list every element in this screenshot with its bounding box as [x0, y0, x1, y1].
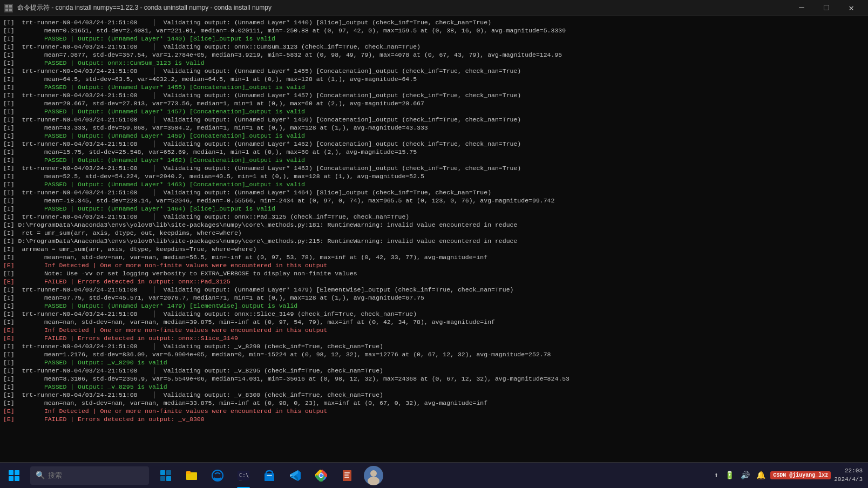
line-prefix: [I] — [3, 350, 15, 358]
line-text: Inf Detected | One or more non-finite va… — [15, 407, 328, 415]
taskbar-app-vscode[interactable] — [283, 463, 308, 489]
terminal-line: [I] PASSED | Output: _v_8290 is valid — [3, 358, 865, 367]
notification-icon[interactable]: 🔔 — [755, 471, 767, 480]
sound-icon[interactable]: 🔊 — [739, 471, 751, 480]
taskbar-app-file-explorer[interactable] — [179, 463, 204, 489]
line-prefix: [I] — [3, 245, 15, 253]
line-prefix: [I] — [3, 205, 15, 213]
terminal-line: [I] mean=67.75, std-dev=45.571, var=2076… — [3, 294, 865, 302]
terminal-line: [I] PASSED | Output: (Unnamed Layer* 147… — [3, 302, 865, 310]
line-text: mean=20.667, std-dev=27.813, var=773.56,… — [15, 99, 424, 107]
line-prefix: [E] — [3, 277, 15, 286]
battery-icon[interactable]: 🔋 — [723, 471, 736, 480]
terminal-line: [I] mean=52.5, std-dev=54.224, var=2940.… — [3, 172, 865, 180]
line-text: trt-runner-N0-04/03/24-21:51:08 │ Valida… — [15, 391, 383, 399]
terminal-line: [I] PASSED | Output: (Unnamed Layer* 146… — [3, 156, 865, 164]
svg-rect-1 — [9, 5, 12, 8]
terminal-line: [I] PASSED | Output: (Unnamed Layer* 144… — [3, 35, 865, 43]
line-prefix: [I] — [3, 132, 15, 140]
terminal-line: [I] trt-runner-N0-04/03/24-21:51:08 │ Va… — [3, 367, 865, 375]
line-prefix: [I] — [3, 140, 15, 148]
terminal-line: [I] PASSED | Output: (Unnamed Layer* 145… — [3, 107, 865, 116]
start-button[interactable] — [0, 463, 28, 489]
terminal-line: [I] mean=0.31651, std-dev=2.4081, var=22… — [3, 26, 865, 35]
terminal-line: [I] trt-runner-N0-04/03/24-21:51:08 │ Va… — [3, 116, 865, 124]
line-prefix: [I] — [3, 213, 15, 221]
maximize-button[interactable]: □ — [814, 0, 839, 16]
avatar[interactable] — [364, 466, 383, 485]
terminal-line: [I] mean=nan, std-dev=nan, var=nan, medi… — [3, 399, 865, 407]
line-prefix: [I] — [3, 156, 15, 164]
taskbar-app-powerpoint[interactable] — [335, 463, 360, 489]
line-text: FAILED | Errors detected in output: _v_8… — [15, 415, 205, 423]
line-text: PASSED | Output: (Unnamed Layer* 1479) [… — [15, 302, 298, 310]
line-prefix: [I] — [3, 294, 15, 302]
line-text: mean=52.5, std-dev=54.224, var=2940.2, m… — [15, 172, 424, 180]
line-prefix: [I] — [3, 229, 15, 237]
taskbar-app-store[interactable] — [257, 463, 282, 489]
search-box[interactable]: 🔍 — [30, 466, 149, 485]
line-prefix: [I] — [3, 318, 15, 326]
line-prefix: [E] — [3, 334, 15, 342]
svg-rect-22 — [344, 472, 350, 473]
line-text: arrmean = umr_sum(arr, axis, dtype, keep… — [15, 245, 257, 253]
line-prefix: [I] — [3, 51, 15, 59]
terminal-line: [I] mean=-18.345, std-dev=228.14, var=52… — [3, 196, 865, 205]
line-prefix: [I] — [3, 399, 15, 407]
terminal-line: [I] trt-runner-N0-04/03/24-21:51:08 │ Va… — [3, 391, 865, 399]
csdn-badge[interactable]: CSDN @jiuyang_lxz — [770, 471, 831, 479]
line-prefix: [I] — [3, 172, 15, 180]
terminal-line: [I] mean=7.0877, std-dev=357.54, var=1.2… — [3, 51, 865, 59]
svg-point-20 — [320, 474, 323, 477]
line-text: mean=-18.345, std-dev=228.14, var=52046,… — [15, 196, 555, 205]
line-text: Note: Use -vv or set logging verbosity t… — [15, 269, 357, 277]
terminal-line: [I] trt-runner-N0-04/03/24-21:51:08 │ Va… — [3, 213, 865, 221]
minimize-button[interactable]: ─ — [789, 0, 814, 16]
line-prefix: [I] — [3, 91, 15, 99]
terminal-line: [E] FAILED | Errors detected in output: … — [3, 334, 865, 342]
network-icon[interactable]: ⬆ — [713, 471, 720, 480]
titlebar-icon — [4, 4, 13, 12]
line-text: trt-runner-N0-04/03/24-21:51:08 │ Valida… — [15, 310, 417, 318]
svg-rect-3 — [9, 9, 12, 11]
terminal-line: [E] Inf Detected | One or more non-finit… — [3, 326, 865, 334]
terminal-line: [I] trt-runner-N0-04/03/24-21:51:08 │ Va… — [3, 18, 865, 26]
terminal-line: [I] PASSED | Output: _v_8295 is valid — [3, 383, 865, 391]
line-text: trt-runner-N0-04/03/24-21:51:08 │ Valida… — [15, 18, 491, 26]
line-prefix: [I] — [3, 180, 15, 188]
line-prefix: [I] — [3, 310, 15, 318]
line-prefix: [I] — [3, 221, 15, 229]
terminal-line: [I] mean=8.3106, std-dev=2356.9, var=5.5… — [3, 375, 865, 383]
svg-point-27 — [368, 477, 379, 485]
line-prefix: [I] — [3, 75, 15, 83]
taskbar-app-task-view[interactable] — [153, 463, 178, 489]
line-prefix: [E] — [3, 261, 15, 269]
clock[interactable]: 22:03 2024/4/3 — [834, 467, 863, 484]
line-prefix: [I] — [3, 391, 15, 399]
taskbar-app-edge[interactable] — [205, 463, 230, 489]
svg-rect-23 — [344, 475, 349, 476]
terminal-line: [I] mean=15.75, std-dev=25.548, var=652.… — [3, 148, 865, 156]
line-text: trt-runner-N0-04/03/24-21:51:08 │ Valida… — [15, 213, 410, 221]
line-text: PASSED | Output: _v_8295 is valid — [15, 383, 167, 391]
line-prefix: [I] — [3, 342, 15, 350]
line-text: trt-runner-N0-04/03/24-21:51:08 │ Valida… — [15, 43, 421, 51]
terminal-line: [I] mean=nan, std-dev=nan, var=nan, medi… — [3, 318, 865, 326]
line-text: Inf Detected | One or more non-finite va… — [15, 261, 328, 269]
svg-text:_: _ — [239, 476, 242, 480]
taskbar-right: ⬆ 🔋 🔊 🔔 CSDN @jiuyang_lxz 22:03 2024/4/3 — [713, 463, 868, 489]
line-text: trt-runner-N0-04/03/24-21:51:08 │ Valida… — [15, 367, 383, 375]
terminal-line: [I] PASSED | Output: (Unnamed Layer* 146… — [3, 180, 865, 188]
search-icon: 🔍 — [36, 471, 45, 480]
terminal-line: [I] trt-runner-N0-04/03/24-21:51:08 │ Va… — [3, 43, 865, 51]
line-prefix: [I] — [3, 164, 15, 172]
line-prefix: [I] — [3, 116, 15, 124]
line-prefix: [I] — [3, 188, 15, 196]
line-prefix: [I] — [3, 383, 15, 391]
titlebar-controls: ─ □ ✕ — [789, 0, 864, 16]
line-prefix: [I] — [3, 59, 15, 67]
taskbar-app-terminal[interactable]: C:\ _ — [231, 463, 256, 489]
taskbar-app-chrome[interactable] — [309, 463, 334, 489]
close-button[interactable]: ✕ — [839, 0, 864, 16]
search-input[interactable] — [48, 471, 134, 479]
